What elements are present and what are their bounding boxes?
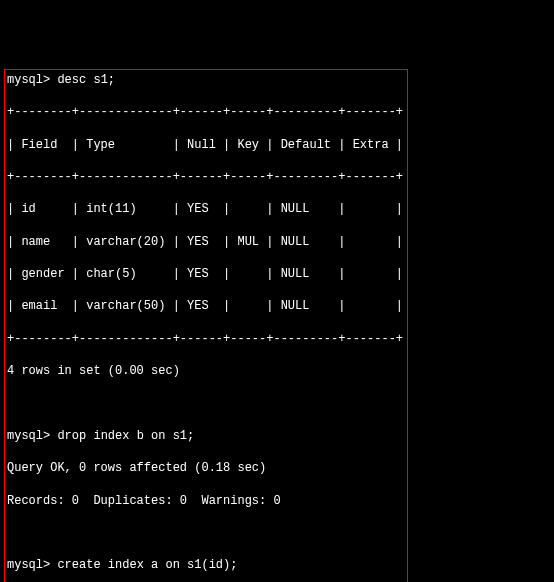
prompt: mysql>	[7, 558, 50, 572]
tbl1-header: | Field | Type | Null | Key | Default | …	[7, 137, 403, 153]
tbl1-border: +--------+-------------+------+-----+---…	[7, 331, 403, 347]
prompt: mysql>	[7, 429, 50, 443]
query-ok: Query OK, 0 rows affected (0.18 sec)	[7, 460, 403, 476]
rows-in-set: 4 rows in set (0.00 sec)	[7, 363, 403, 379]
prompt-line: mysql> desc s1;	[7, 72, 403, 88]
main-highlight-block: mysql> desc s1; +--------+-------------+…	[4, 69, 408, 582]
tbl1-row: | gender | char(5) | YES | | NULL | |	[7, 266, 403, 282]
cmd-create: create index a on s1(id);	[57, 558, 237, 572]
tbl1-border: +--------+-------------+------+-----+---…	[7, 104, 403, 120]
tbl1-row: | name | varchar(20) | YES | MUL | NULL …	[7, 234, 403, 250]
cmd-drop: drop index b on s1;	[57, 429, 194, 443]
tbl1-border: +--------+-------------+------+-----+---…	[7, 169, 403, 185]
records-line: Records: 0 Duplicates: 0 Warnings: 0	[7, 493, 403, 509]
prompt: mysql>	[7, 73, 50, 87]
tbl1-row: | email | varchar(50) | YES | | NULL | |	[7, 298, 403, 314]
cmd-desc1: desc s1;	[57, 73, 115, 87]
prompt-line: mysql> create index a on s1(id);	[7, 557, 403, 573]
blank-line	[7, 525, 403, 541]
blank-line	[7, 396, 403, 412]
tbl1-row: | id | int(11) | YES | | NULL | |	[7, 201, 403, 217]
prompt-line: mysql> drop index b on s1;	[7, 428, 403, 444]
